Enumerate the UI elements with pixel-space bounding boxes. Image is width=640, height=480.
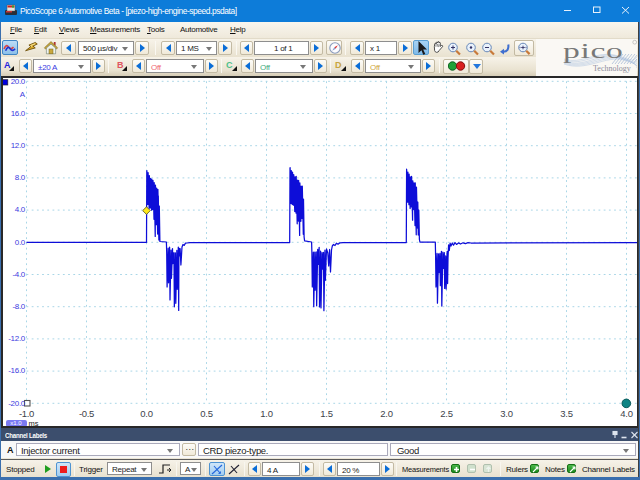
svg-text:Technology: Technology bbox=[593, 64, 631, 73]
svg-text:pico: pico bbox=[563, 39, 623, 62]
